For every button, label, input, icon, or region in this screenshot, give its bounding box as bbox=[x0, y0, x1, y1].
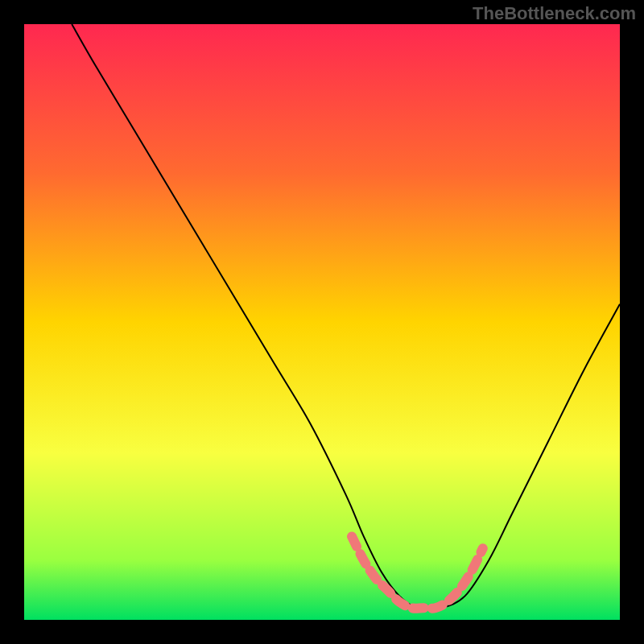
watermark-text: TheBottleneck.com bbox=[473, 3, 636, 24]
bottleneck-chart bbox=[0, 0, 644, 644]
plot-background bbox=[24, 24, 620, 620]
chart-stage: TheBottleneck.com bbox=[0, 0, 644, 644]
